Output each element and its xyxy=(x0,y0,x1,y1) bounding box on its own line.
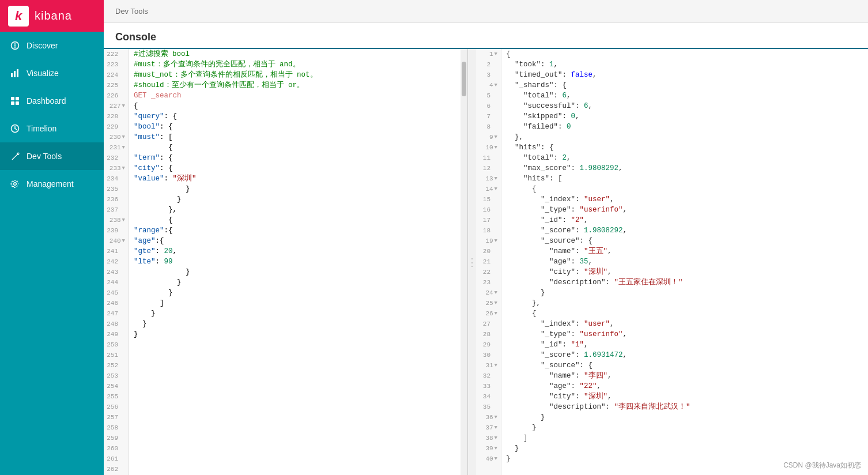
left-scroll-thumb[interactable] xyxy=(462,62,466,96)
code-line[interactable]: ] xyxy=(129,298,467,308)
line-number: 18 xyxy=(476,225,501,236)
sidebar-item-dashboard[interactable]: Dashboard xyxy=(0,87,104,115)
code-line[interactable] xyxy=(129,371,467,381)
code-line[interactable]: }, xyxy=(501,132,868,142)
line-number: 21 xyxy=(476,257,501,267)
code-line[interactable]: ] xyxy=(501,433,868,443)
code-line[interactable]: "_index": "user", xyxy=(501,319,868,329)
code-line[interactable]: "total": 6, xyxy=(501,91,868,101)
code-line[interactable]: "hits": [ xyxy=(501,174,868,184)
code-line[interactable]: } xyxy=(129,277,467,288)
line-number: 241 xyxy=(104,246,129,257)
code-line[interactable] xyxy=(129,402,467,412)
code-line[interactable]: "description": "王五家住在深圳！" xyxy=(501,277,868,288)
sidebar-item-discover[interactable]: Discover xyxy=(0,32,104,59)
code-line[interactable]: "value": "深圳" xyxy=(129,174,467,184)
code-line[interactable]: "gte": 20, xyxy=(129,246,467,257)
console-tab[interactable]: Console xyxy=(115,31,156,49)
sidebar-item-timelion[interactable]: Timelion xyxy=(0,115,104,142)
code-line[interactable]: "name": "王五", xyxy=(501,246,868,257)
code-line[interactable]: "must": [ xyxy=(129,132,467,142)
code-line[interactable] xyxy=(129,412,467,423)
code-line[interactable]: "city": "深圳", xyxy=(501,391,868,402)
sidebar-item-visualize[interactable]: Visualize xyxy=(0,59,104,87)
code-line[interactable]: "_index": "user", xyxy=(501,194,868,205)
code-line[interactable]: } xyxy=(129,267,467,277)
left-editor-content[interactable]: #过滤搜索 bool#must：多个查询条件的完全匹配，相当于 and。#mus… xyxy=(129,49,467,475)
code-line[interactable]: "term": { xyxy=(129,153,467,163)
line-number: 253 xyxy=(104,371,129,381)
code-line[interactable]: "_score": 1.9808292, xyxy=(501,225,868,236)
code-line[interactable]: "age": "22", xyxy=(501,381,868,391)
code-line[interactable]: "_source": { xyxy=(501,360,868,371)
code-line[interactable]: { xyxy=(129,101,467,111)
code-line[interactable]: #must_not：多个查询条件的相反匹配，相当于 not。 xyxy=(129,70,467,80)
code-line[interactable]: "city": "深圳", xyxy=(501,267,868,277)
line-number: 8 xyxy=(476,122,501,132)
code-line[interactable]: "query": { xyxy=(129,111,467,122)
code-line[interactable] xyxy=(129,454,467,464)
code-line[interactable]: "_type": "userinfo", xyxy=(501,205,868,215)
svg-rect-8 xyxy=(16,97,19,100)
code-line[interactable] xyxy=(129,350,467,360)
code-line[interactable]: "skipped": 0, xyxy=(501,111,868,122)
code-line[interactable]: "took": 1, xyxy=(501,59,868,70)
code-line[interactable]: } xyxy=(129,329,467,340)
code-line[interactable]: } xyxy=(129,194,467,205)
code-line[interactable]: #should：至少有一个查询条件匹配，相当于 or。 xyxy=(129,80,467,91)
code-line[interactable]: { xyxy=(129,215,467,225)
line-number: 234 xyxy=(104,174,129,184)
code-line[interactable] xyxy=(129,443,467,454)
code-line[interactable]: } xyxy=(129,308,467,319)
sidebar: k kibana Discover Visualize xyxy=(0,0,104,475)
code-line[interactable] xyxy=(129,381,467,391)
code-line[interactable] xyxy=(129,464,467,474)
code-line[interactable]: } xyxy=(501,443,868,454)
code-line[interactable]: { xyxy=(501,308,868,319)
line-number: 239 xyxy=(104,225,129,236)
code-line[interactable]: "lte": 99 xyxy=(129,257,467,267)
code-line[interactable]: #过滤搜索 bool xyxy=(129,49,467,59)
code-line[interactable]: } xyxy=(501,288,868,298)
code-line[interactable]: { xyxy=(501,49,868,59)
panel-resizer[interactable]: ⋮ xyxy=(468,49,476,475)
code-line[interactable]: "range":{ xyxy=(129,225,467,236)
sidebar-item-management[interactable]: Management xyxy=(0,170,104,198)
code-line[interactable]: #must：多个查询条件的完全匹配，相当于 and。 xyxy=(129,59,467,70)
code-line[interactable]: "hits": { xyxy=(501,142,868,153)
code-line[interactable]: "city": { xyxy=(129,163,467,174)
code-line[interactable]: GET _search xyxy=(129,91,467,101)
code-line[interactable]: { xyxy=(501,184,868,194)
code-line[interactable]: "failed": 0 xyxy=(501,122,868,132)
code-line[interactable]: "_shards": { xyxy=(501,80,868,91)
code-line[interactable]: }, xyxy=(501,298,868,308)
code-line[interactable]: "_id": "2", xyxy=(501,215,868,225)
code-line[interactable]: "_source": { xyxy=(501,236,868,246)
right-editor-content[interactable]: { "took": 1, "timed_out": false, "_shard… xyxy=(501,49,868,475)
code-line[interactable]: "age": 35, xyxy=(501,257,868,267)
code-line[interactable]: "timed_out": false, xyxy=(501,70,868,80)
code-line[interactable] xyxy=(129,391,467,402)
code-line[interactable]: } xyxy=(129,319,467,329)
code-line[interactable]: "successful": 6, xyxy=(501,101,868,111)
code-line[interactable]: { xyxy=(129,142,467,153)
code-line[interactable]: }, xyxy=(129,205,467,215)
code-line[interactable]: "total": 2, xyxy=(501,153,868,163)
code-line[interactable]: "_score": 1.6931472, xyxy=(501,350,868,360)
code-line[interactable]: } xyxy=(129,288,467,298)
code-line[interactable] xyxy=(129,340,467,350)
code-line[interactable]: "description": "李四来自湖北武汉！" xyxy=(501,402,868,412)
code-line[interactable]: "name": "李四", xyxy=(501,371,868,381)
code-line[interactable] xyxy=(129,423,467,433)
sidebar-item-devtools[interactable]: Dev Tools xyxy=(0,142,104,170)
code-line[interactable] xyxy=(129,433,467,443)
code-line[interactable]: } xyxy=(501,423,868,433)
code-line[interactable]: "_type": "userinfo", xyxy=(501,329,868,340)
code-line[interactable]: "max_score": 1.9808292, xyxy=(501,163,868,174)
code-line[interactable]: "age":{ xyxy=(129,236,467,246)
code-line[interactable]: } xyxy=(501,412,868,423)
code-line[interactable] xyxy=(129,360,467,371)
code-line[interactable]: } xyxy=(129,184,467,194)
code-line[interactable]: "_id": "1", xyxy=(501,340,868,350)
code-line[interactable]: "bool": { xyxy=(129,122,467,132)
